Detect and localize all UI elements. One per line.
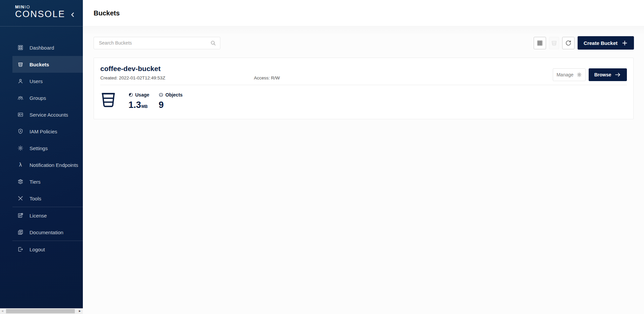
sidebar-item-tiers[interactable]: Tiers [12,173,83,190]
logout-icon [17,246,23,252]
page-header: Buckets [83,0,644,26]
manage-button[interactable]: Manage [553,68,586,81]
sidebar-menu: Dashboard Buckets Users Groups [0,26,83,258]
sidebar-item-license[interactable]: License [12,207,83,224]
tools-icon [17,195,23,201]
license-icon [17,212,23,218]
usage-value: 1.3 [128,100,141,110]
objects-value: 9 [159,100,164,110]
grid-view-button[interactable] [534,37,546,49]
bucket-created-label: Created: 2022-01-02T12:49:53Z [100,75,165,80]
documentation-icon [17,229,23,235]
sidebar-item-label: Service Accounts [30,112,68,118]
sidebar: MINIO CONSOLE Dashboard Buckets [0,0,83,308]
objects-label: Objects [165,92,182,98]
service-accounts-icon [17,112,23,118]
bucket-access-label: Access: R/W [254,75,280,80]
minio-logo: MINIO [15,5,83,9]
gear-icon [577,72,582,77]
search-input[interactable] [94,37,220,49]
search-icon [210,40,216,46]
toolbar-right-controls: Create Bucket [534,36,634,50]
usage-metric: Usage 1.3MB [128,92,149,110]
create-bucket-button[interactable]: Create Bucket [578,36,634,50]
sidebar-item-service-accounts[interactable]: Service Accounts [12,106,83,123]
horizontal-scrollbar[interactable]: ◄ ► [0,308,83,314]
sidebar-item-label: License [30,213,47,218]
sidebar-header: MINIO CONSOLE [0,0,83,26]
sidebar-item-label: Tools [30,196,41,201]
sidebar-item-documentation[interactable]: Documentation [12,224,83,241]
usage-label-row: Usage [128,92,149,98]
chevron-left-icon [69,11,77,18]
arrow-right-icon [614,71,621,78]
iam-policies-icon [17,128,23,134]
main-area: Buckets [83,0,644,314]
scroll-left-arrow-icon[interactable]: ◄ [0,308,5,314]
browse-button[interactable]: Browse [589,68,627,81]
minio-console-window: MINIO CONSOLE Dashboard Buckets [0,0,644,314]
objects-value-row: 9 [159,100,182,110]
sidebar-item-label: IAM Policies [30,129,57,134]
objects-cluster-icon [159,92,163,97]
sidebar-item-label: Settings [30,145,48,151]
sidebar-item-users[interactable]: Users [12,73,83,89]
refresh-button[interactable] [562,37,575,49]
card-divider [100,85,627,85]
objects-label-row: Objects [159,92,182,98]
usage-pie-icon [128,92,133,97]
logo-min: MIN [15,4,24,9]
buckets-toolbar: Create Bucket [94,36,634,50]
sidebar-item-tools[interactable]: Tools [12,190,83,207]
sidebar-item-buckets[interactable]: Buckets [12,56,83,73]
dashboard-icon [17,45,23,51]
groups-icon [17,95,23,101]
bucket-icon [100,89,116,109]
sidebar-item-label: Notification Endpoints [30,162,78,168]
lambda-icon: λ [17,162,23,168]
refresh-icon [565,40,572,47]
content-area: Create Bucket coffee-dev-bucket Created:… [83,27,644,314]
sidebar-item-settings[interactable]: Settings [12,140,83,156]
sidebar-item-label: Groups [30,95,46,101]
sidebar-item-dashboard[interactable]: Dashboard [12,39,83,56]
sidebar-item-logout[interactable]: Logout [12,241,83,258]
usage-label: Usage [135,92,149,98]
sidebar-item-iam-policies[interactable]: IAM Policies [12,123,83,140]
sidebar-item-label: Documentation [30,230,63,235]
scroll-right-arrow-icon[interactable]: ► [77,308,82,314]
manage-button-label: Manage [556,72,574,77]
settings-icon [17,145,23,151]
scrollbar-thumb[interactable] [6,309,75,313]
logo-io: IO [24,4,30,9]
bucket-name-link[interactable]: coffee-dev-bucket [100,65,161,73]
sidebar-item-label: Buckets [30,62,49,67]
usage-unit: MB [142,104,148,109]
bucket-list-view-icon [551,40,557,46]
objects-metric: Objects 9 [159,92,182,110]
search-wrap [94,37,220,49]
create-bucket-label: Create Bucket [584,40,618,46]
grid-view-icon [537,40,543,46]
page-title: Buckets [94,9,120,17]
browse-button-label: Browse [594,72,611,77]
buckets-icon [17,61,23,67]
bucket-card: coffee-dev-bucket Created: 2022-01-02T12… [94,58,634,119]
users-icon [17,78,23,84]
svg-text:λ: λ [19,162,22,168]
sidebar-collapse-button[interactable] [69,11,77,19]
bucket-list-view-button [549,37,559,49]
sidebar-item-label: Users [30,78,43,84]
sidebar-item-label: Tiers [30,179,41,185]
tiers-icon [17,179,23,185]
sidebar-item-label: Logout [30,247,45,252]
sidebar-item-label: Dashboard [30,45,54,51]
usage-value-row: 1.3MB [128,100,149,110]
sidebar-item-notification-endpoints[interactable]: λ Notification Endpoints [12,156,83,173]
sidebar-item-groups[interactable]: Groups [12,89,83,106]
plus-icon [622,40,628,46]
